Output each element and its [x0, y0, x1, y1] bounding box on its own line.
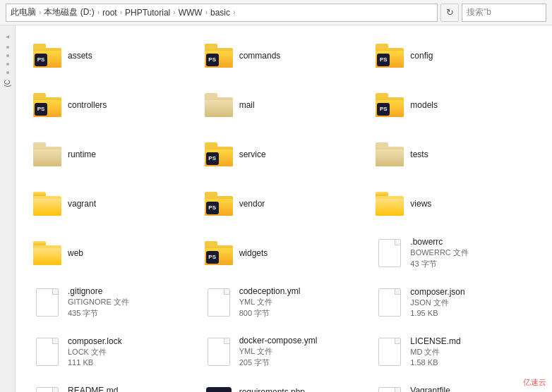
file-type: BOWERRC 文件 [410, 247, 469, 258]
list-item[interactable]: LICENSE.mdMD 文件1.58 KB [369, 329, 541, 374]
file-name: commands [239, 51, 281, 61]
file-size: 205 字节 [239, 357, 318, 368]
edge-dot-1 [6, 46, 9, 49]
list-item[interactable]: PSrequirements.phpJetBrains PhpStorm5.62… [198, 378, 370, 392]
file-size: 435 字节 [68, 308, 129, 319]
file-name: .gitignore [68, 286, 129, 296]
left-panel: ◂ (C [0, 25, 16, 392]
list-item[interactable]: PS vendor [198, 180, 370, 226]
breadcrumb-disk[interactable]: 本地磁盘 (D:) [44, 6, 94, 18]
file-type: GITIGNORE 文件 [68, 297, 129, 307]
breadcrumb[interactable]: 此电脑 › 本地磁盘 (D:) › root › PHPTutorial › W… [6, 4, 438, 22]
edge-dot-2 [6, 54, 9, 57]
file-type: MD 文件 [410, 347, 460, 357]
file-type: YML 文件 [239, 297, 301, 307]
file-list: PS assets PS commands PS config PS contr… [16, 25, 552, 392]
list-item[interactable]: PS commands [198, 32, 370, 78]
file-name: README.md [68, 386, 118, 392]
list-item[interactable]: PS assets [27, 32, 198, 78]
file-name: LICENSE.md [410, 336, 460, 346]
breadcrumb-root[interactable]: root [102, 8, 117, 18]
file-name: config [410, 51, 433, 61]
file-name: Vagrantfile [410, 386, 450, 392]
list-item[interactable]: views [369, 180, 541, 226]
file-name: service [239, 149, 266, 159]
list-item[interactable]: .bowerrcBOWERRC 文件43 字节 [369, 230, 541, 276]
file-name: mail [239, 100, 255, 110]
file-type: LOCK 文件 [68, 347, 122, 357]
file-name: composer.json [410, 287, 464, 297]
edge-label: (C [4, 80, 11, 87]
file-size: 800 字节 [239, 308, 301, 319]
file-name: assets [68, 51, 92, 61]
file-name: widgets [239, 248, 268, 258]
file-name: runtime [68, 149, 96, 159]
list-item[interactable]: mail [198, 82, 370, 128]
ps-file-icon: PS [206, 387, 232, 393]
watermark: 亿速云 [520, 376, 549, 389]
file-name: codeception.yml [239, 286, 301, 296]
list-item[interactable]: Vagrantfile文件2.64 KB [369, 378, 541, 392]
file-type: JSON 文件 [410, 298, 464, 308]
file-name: models [410, 100, 438, 110]
list-item[interactable]: .gitignoreGITIGNORE 文件435 字节 [27, 279, 198, 325]
address-bar: 此电脑 › 本地磁盘 (D:) › root › PHPTutorial › W… [0, 0, 552, 25]
list-item[interactable]: web [27, 230, 198, 276]
main-area: ◂ (C PS assets PS commands PS config PS [0, 25, 552, 392]
file-size: 1.58 KB [410, 358, 460, 367]
file-name: docker-compose.yml [239, 336, 318, 345]
list-item[interactable]: codeception.ymlYML 文件800 字节 [198, 279, 370, 325]
breadcrumb-pc[interactable]: 此电脑 [11, 6, 36, 18]
list-item[interactable]: PS service [198, 131, 370, 177]
breadcrumb-phptutorial[interactable]: PHPTutorial [125, 8, 170, 18]
file-name: vagrant [68, 199, 96, 209]
breadcrumb-www[interactable]: WWW [179, 8, 203, 18]
breadcrumb-basic[interactable]: basic [210, 8, 230, 18]
refresh-button[interactable]: ↻ [440, 4, 459, 22]
file-size: 111 KB [68, 358, 122, 367]
list-item[interactable]: runtime [27, 131, 198, 177]
file-size: 1.95 KB [410, 309, 464, 317]
file-name: composer.lock [68, 336, 122, 346]
search-box[interactable]: 搜索"b [462, 4, 546, 22]
list-item[interactable]: PS config [369, 32, 541, 78]
file-type: YML 文件 [239, 346, 318, 357]
list-item[interactable]: PS models [369, 82, 541, 128]
list-item[interactable]: PS controllers [27, 82, 198, 128]
file-name: tests [410, 149, 428, 159]
file-name: requirements.php [239, 387, 308, 393]
file-name: .bowerrc [410, 237, 469, 247]
list-item[interactable]: composer.jsonJSON 文件1.95 KB [369, 279, 541, 325]
list-item[interactable]: docker-compose.ymlYML 文件205 字节 [198, 329, 370, 374]
list-item[interactable]: PS widgets [198, 230, 370, 276]
list-item[interactable]: tests [369, 131, 541, 177]
list-item[interactable]: composer.lockLOCK 文件111 KB [27, 329, 198, 374]
file-name: controllers [68, 100, 107, 110]
edge-dot-3 [6, 63, 9, 66]
edge-arrow-up: ◂ [6, 32, 9, 40]
list-item[interactable]: vagrant [27, 180, 198, 226]
file-size: 43 字节 [410, 259, 469, 269]
file-name: web [68, 248, 83, 258]
file-name: vendor [239, 199, 265, 209]
list-item[interactable]: README.mdMD 文件7.19 KB [27, 378, 198, 392]
edge-dot-4 [6, 71, 9, 74]
file-name: views [410, 199, 431, 209]
